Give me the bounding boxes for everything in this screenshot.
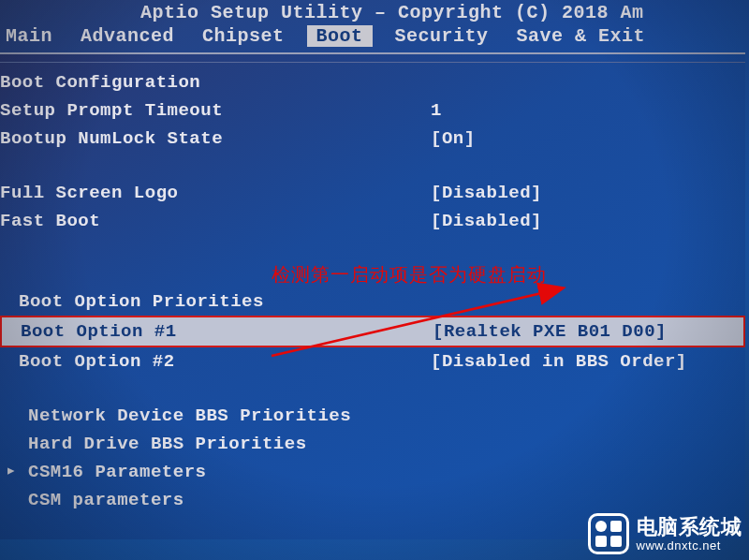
label-csm: CSM parameters <box>0 487 431 513</box>
tab-main[interactable]: Main <box>0 25 58 47</box>
label-network-bbs: Network Device BBS Priorities <box>0 403 431 429</box>
tab-boot[interactable]: Boot <box>307 25 373 47</box>
tab-advanced[interactable]: Advanced <box>75 25 180 47</box>
label-fast-boot: Fast Boot <box>0 208 431 234</box>
label-fullscreen-logo: Full Screen Logo <box>0 180 431 206</box>
row-fullscreen-logo[interactable]: Full Screen Logo [Disabled] <box>0 179 745 207</box>
tab-chipset[interactable]: Chipset <box>197 25 290 47</box>
row-network-bbs[interactable]: Network Device BBS Priorities <box>0 402 745 430</box>
row-fast-boot[interactable]: Fast Boot [Disabled] <box>0 207 745 235</box>
label-setup-prompt: Setup Prompt Timeout <box>0 97 431 124</box>
value-setup-prompt: 1 <box>431 97 442 124</box>
watermark-url: www.dnxtc.net <box>637 538 742 553</box>
row-csm[interactable]: CSM parameters <box>0 486 745 514</box>
watermark-logo-icon <box>588 513 629 554</box>
tab-security[interactable]: Security <box>389 25 494 47</box>
value-fullscreen-logo: [Disabled] <box>431 180 542 206</box>
watermark-title: 电脑系统城 <box>637 516 742 538</box>
row-hdd-bbs[interactable]: Hard Drive BBS Priorities <box>0 430 745 458</box>
bios-title: Aptio Setup Utility – Copyright (C) 2018… <box>0 0 749 25</box>
row-numlock[interactable]: Bootup NumLock State [On] <box>0 125 745 153</box>
row-setup-prompt[interactable]: Setup Prompt Timeout 1 <box>0 96 745 125</box>
watermark: 电脑系统城 www.dnxtc.net <box>588 513 742 554</box>
value-fast-boot: [Disabled] <box>431 208 542 234</box>
label-numlock: Bootup NumLock State <box>0 125 431 152</box>
tab-save-exit[interactable]: Save & Exit <box>511 25 652 47</box>
section-boot-config: Boot Configuration <box>0 69 431 96</box>
label-hdd-bbs: Hard Drive BBS Priorities <box>0 431 431 457</box>
menu-bar: Main Advanced Chipset Boot Security Save… <box>0 25 749 47</box>
submenu-arrow-icon: ▸ <box>6 458 17 484</box>
svg-line-0 <box>272 288 562 356</box>
row-csm16[interactable]: ▸ CSM16 Parameters <box>0 458 745 486</box>
value-numlock: [On] <box>431 125 476 152</box>
label-csm16: CSM16 Parameters <box>0 459 431 485</box>
annotation-arrow-icon <box>262 281 580 365</box>
